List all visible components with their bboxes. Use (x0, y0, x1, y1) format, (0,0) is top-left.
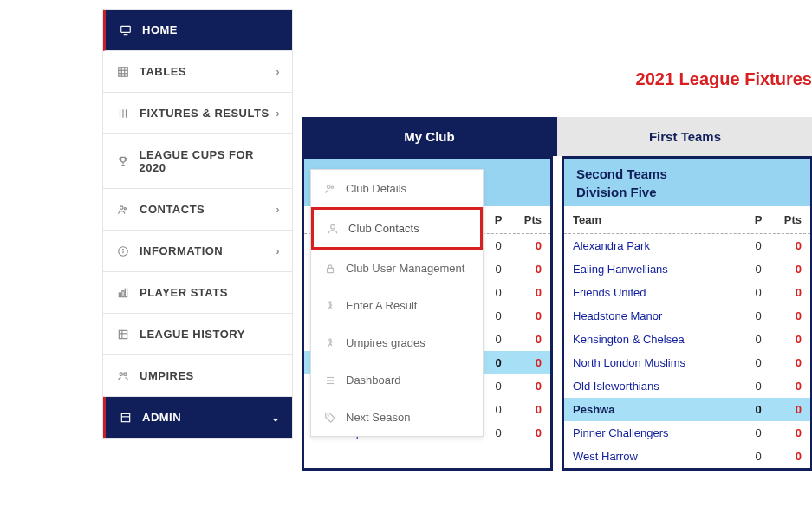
sidebar-item-information[interactable]: INFORMATION › (103, 231, 292, 272)
svg-rect-30 (328, 268, 334, 272)
table-row[interactable]: Peshwa00 (564, 398, 810, 421)
monitor-icon (118, 24, 133, 36)
played-value: 0 (745, 356, 771, 369)
played-value: 0 (485, 426, 511, 439)
sidebar-item-fixtures[interactable]: FIXTURES & RESULTS › (103, 93, 292, 134)
team-name: Friends United (573, 286, 745, 299)
admin-icon (118, 412, 133, 424)
points-value: 0 (771, 333, 802, 346)
team-name: Old Isleworthians (573, 380, 745, 393)
points-value: 0 (511, 380, 542, 393)
points-value: 0 (511, 333, 542, 346)
chevron-right-icon: › (276, 204, 281, 216)
table-row[interactable]: Alexandra Park00 (564, 234, 810, 257)
svg-point-29 (331, 224, 335, 229)
sidebar-item-history[interactable]: LEAGUE HISTORY (103, 314, 292, 355)
chevron-right-icon: › (276, 245, 281, 257)
dropdown-item-enter-a-result[interactable]: Enter A Result (311, 287, 483, 324)
played-value: 0 (745, 286, 771, 299)
team-name: North London Muslims (573, 356, 745, 369)
chevron-down-icon: ⌄ (271, 412, 281, 424)
table-row[interactable]: Pinner Challengers00 (564, 421, 810, 445)
sidebar-nav: HOME TABLES › FIXTURES & RESULTS › LEAGU… (102, 9, 293, 439)
dropdown-item-club-details[interactable]: Club Details (311, 170, 483, 207)
svg-rect-18 (122, 290, 124, 296)
played-value: 0 (745, 333, 771, 346)
table-columns-head: Team P Pts (564, 206, 810, 234)
svg-point-24 (124, 372, 127, 375)
svg-rect-25 (121, 413, 129, 421)
sidebar-label: CONTACTS (140, 203, 205, 216)
dropdown-item-label: Club Details (346, 182, 406, 195)
svg-rect-0 (121, 26, 131, 32)
trophy-icon (115, 155, 130, 167)
tab-my-club[interactable]: My Club (302, 117, 557, 156)
svg-rect-17 (119, 293, 120, 297)
walk-icon (322, 300, 339, 312)
points-value: 0 (771, 239, 802, 252)
team-name: West Harrow (573, 450, 745, 463)
walk-icon (322, 337, 339, 349)
played-value: 0 (745, 426, 771, 439)
history-icon (115, 328, 131, 341)
dropdown-item-label: Club User Management (346, 262, 464, 275)
sidebar-label: LEAGUE HISTORY (140, 328, 245, 341)
table-row[interactable]: Ealing Hanwellians00 (564, 257, 810, 281)
table-row[interactable]: Old Isleworthians00 (564, 374, 810, 398)
sidebar-item-contacts[interactable]: CONTACTS › (103, 189, 292, 231)
dropdown-item-next-season[interactable]: Next Season (311, 399, 483, 436)
col-head-pts: Pts (511, 213, 542, 226)
sidebar-label: TABLES (140, 65, 186, 78)
points-value: 0 (511, 309, 542, 322)
umpires-icon (115, 370, 131, 382)
team-name: Peshwa (573, 403, 745, 416)
played-value: 0 (485, 403, 511, 416)
lock-icon (322, 263, 339, 275)
table-header: Second Teams Division Five (564, 159, 810, 206)
person-icon (324, 223, 341, 235)
team-name: Kensington & Chelsea (573, 333, 745, 346)
points-value: 0 (511, 263, 542, 276)
sidebar-label: PLAYER STATS (140, 286, 228, 299)
tab-label: First Teams (649, 129, 721, 144)
sidebar-item-admin[interactable]: ADMIN ⌄ (103, 397, 292, 438)
sidebar-label: HOME (142, 23, 178, 36)
points-value: 0 (511, 426, 542, 439)
dropdown-item-club-contacts[interactable]: Club Contacts (311, 207, 483, 250)
svg-point-13 (124, 207, 126, 209)
table-row[interactable]: Kensington & Chelsea00 (564, 328, 810, 351)
table-row[interactable]: West Harrow00 (564, 445, 810, 468)
tag-icon (322, 412, 339, 424)
dropdown-item-label: Umpires grades (346, 336, 425, 349)
dropdown-item-dashboard[interactable]: Dashboard (311, 361, 483, 399)
tab-first-teams[interactable]: First Teams (557, 117, 812, 156)
sidebar-item-tables[interactable]: TABLES › (103, 51, 292, 93)
sidebar-item-umpires[interactable]: UMPIRES (103, 355, 292, 397)
team-name: Alexandra Park (573, 239, 745, 252)
played-value: 0 (485, 356, 511, 369)
points-value: 0 (771, 450, 802, 463)
sidebar-label: LEAGUE CUPS FOR 2020 (139, 148, 280, 174)
points-value: 0 (771, 263, 802, 276)
played-value: 0 (745, 239, 771, 252)
sidebar-item-player-stats[interactable]: PLAYER STATS (103, 272, 292, 314)
points-value: 0 (771, 403, 802, 416)
points-value: 0 (511, 356, 542, 369)
dropdown-item-label: Next Season (346, 411, 410, 424)
dropdown-item-label: Club Contacts (348, 222, 419, 235)
dropdown-item-club-user-management[interactable]: Club User Management (311, 250, 483, 287)
sidebar-item-cups[interactable]: LEAGUE CUPS FOR 2020 (103, 134, 292, 189)
svg-rect-20 (119, 330, 127, 338)
table-row[interactable]: Headstone Manor00 (564, 304, 810, 328)
tab-label: My Club (404, 129, 454, 144)
points-value: 0 (511, 239, 542, 252)
dropdown-item-umpires-grades[interactable]: Umpires grades (311, 324, 483, 361)
table-row[interactable]: North London Muslims00 (564, 351, 810, 374)
col-head-p: P (485, 213, 511, 226)
sidebar-item-home[interactable]: HOME (103, 10, 292, 51)
svg-point-16 (123, 249, 124, 250)
sidebar-label: INFORMATION (140, 244, 223, 257)
bars-icon (115, 107, 131, 120)
svg-point-27 (328, 185, 331, 188)
table-row[interactable]: Friends United00 (564, 281, 810, 304)
